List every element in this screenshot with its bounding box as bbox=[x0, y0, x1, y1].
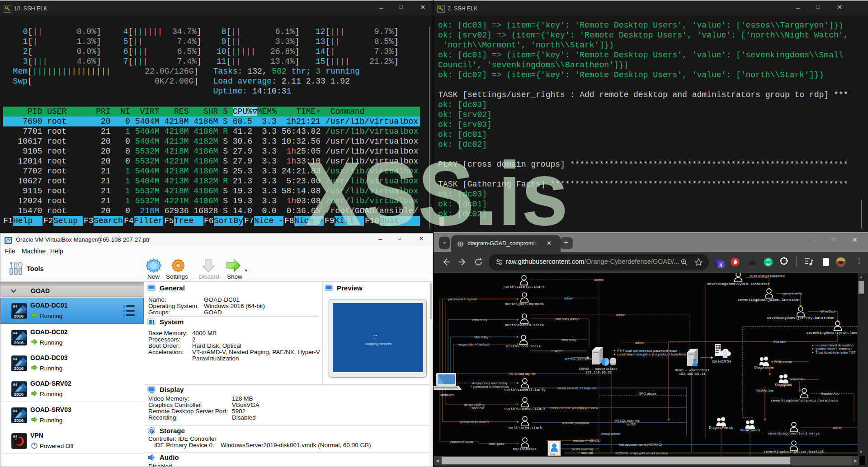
svg-text:north\eddard.stark: north\eddard.stark bbox=[505, 323, 544, 327]
svg-text:sevenkingdoms\stannis.baratheo: sevenkingdoms\stannis.baratheon bbox=[771, 398, 838, 402]
svg-text:+ hashcat: + hashcat bbox=[578, 451, 594, 455]
svg-text:Trust ticket interrealm TGT: Trust ticket interrealm TGT bbox=[816, 350, 856, 355]
svg-text:mssql execute as login sa: mssql execute as login sa bbox=[557, 386, 596, 390]
svg-text:GPO abuse: GPO abuse bbox=[638, 392, 656, 396]
svg-text:Attacker: Attacker bbox=[440, 393, 454, 397]
svg-text:WriteDacl: WriteDacl bbox=[821, 309, 835, 313]
svg-text:2016: 2016 bbox=[14, 418, 24, 423]
svg-text:64: 64 bbox=[13, 304, 17, 308]
svg-text:user–pass: user–pass bbox=[489, 442, 505, 446]
svg-text:SRV02 - castelblack: SRV02 - castelblack bbox=[579, 367, 618, 371]
svg-text:2016: 2016 bbox=[14, 392, 24, 397]
svg-text:sevenkingdoms\tyron.lannister: sevenkingdoms\tyron.lannister bbox=[806, 331, 858, 335]
svg-text:SmallCouncil: SmallCouncil bbox=[740, 428, 760, 432]
svg-text:sevenkingdoms\tywin.lannister: sevenkingdoms\tywin.lannister bbox=[707, 282, 769, 286]
svg-text:password in sysvol: password in sysvol bbox=[448, 297, 477, 301]
svg-text:sevenkingdoms\jaime.lannister: sevenkingdoms\jaime.lannister bbox=[737, 298, 800, 302]
svg-text:mssql execute as login jon.sno: mssql execute as login jon.snow bbox=[549, 406, 598, 410]
svg-text:mssql admin: mssql admin bbox=[601, 432, 620, 436]
svg-text:constrained delegation (no pro: constrained delegation (no protocol tran… bbox=[617, 352, 686, 356]
svg-text:DragonsFriends: DragonsFriends bbox=[709, 425, 733, 430]
svg-text:AddMember: AddMember bbox=[756, 388, 774, 392]
svg-text:admin: admin bbox=[833, 425, 842, 430]
svg-text:2016: 2016 bbox=[14, 313, 24, 318]
svg-text:privesc (seImpersonate): privesc (seImpersonate) bbox=[565, 356, 602, 360]
svg-text:responder + hashcat: responder + hashcat bbox=[458, 342, 490, 346]
svg-text:4: 4 bbox=[720, 263, 722, 268]
svg-text:64: 64 bbox=[13, 383, 17, 387]
svg-text:sevenkingdoms\lord.varys: sevenkingdoms\lord.varys bbox=[768, 431, 820, 435]
svg-text:north\brandon.stark: north\brandon.stark bbox=[504, 406, 545, 411]
svg-text:wordlist password: wordlist password bbox=[561, 421, 589, 425]
svg-text:2016: 2016 bbox=[14, 366, 24, 371]
svg-text:sevenkingdoms\petyer.baelish: sevenkingdoms\petyer.baelish bbox=[764, 449, 825, 453]
svg-text:ntlm relay admin: ntlm relay admin bbox=[554, 317, 579, 321]
svg-text:sevenkingdoms\joffrey.baratheo: sevenkingdoms\joffrey.baratheon bbox=[767, 316, 835, 320]
svg-text:admin: admin bbox=[635, 341, 644, 345]
svg-text:192.168.56.11: 192.168.56.11 bbox=[679, 372, 706, 376]
svg-text:north\samwell.tarly: north\samwell.tarly bbox=[504, 388, 545, 392]
svg-text:webdav + HSKCIJ: webdav + HSKCIJ bbox=[572, 439, 600, 443]
svg-text:as SA: as SA bbox=[627, 422, 636, 426]
svg-text:+ hashcat: + hashcat bbox=[469, 406, 485, 410]
svg-text:force change password: force change password bbox=[750, 274, 785, 278]
svg-text:GenericALL: GenericALL bbox=[788, 377, 807, 381]
svg-text:SYSVOL script with secret and: SYSVOL script with secret and key bbox=[615, 451, 668, 455]
svg-text:192.168.56.22: 192.168.56.22 bbox=[585, 371, 612, 374]
svg-text:Dragonstone: Dragonstone bbox=[755, 365, 774, 369]
svg-text:krb account name (NOMAC): krb account name (NOMAC) bbox=[619, 443, 662, 447]
svg-text:admin: admin bbox=[594, 278, 604, 282]
svg-text:64: 64 bbox=[13, 409, 17, 413]
svg-text:64: 64 bbox=[13, 434, 17, 439]
svg-text:Anna: Anna bbox=[550, 453, 555, 455]
svg-text:Generic ALL: Generic ALL bbox=[821, 392, 839, 396]
svg-text:admin: admin bbox=[616, 313, 625, 317]
svg-text:Write owner: Write owner bbox=[774, 360, 792, 364]
svg-text:64: 64 bbox=[13, 357, 17, 361]
svg-text:DA NORTH: DA NORTH bbox=[712, 360, 731, 364]
svg-text:ntlm relay: ntlm relay bbox=[474, 335, 489, 339]
svg-text:ntlm relay: ntlm relay bbox=[561, 338, 576, 342]
svg-text:2016: 2016 bbox=[14, 340, 24, 345]
svg-text:generic write: generic write bbox=[783, 291, 802, 295]
svg-text:64: 64 bbox=[13, 331, 17, 335]
svg-text:Kingsguard: Kingsguard bbox=[775, 383, 792, 387]
svg-text:password spray: password spray bbox=[450, 439, 474, 444]
svg-text:north\catelyn.stark: north\catelyn.stark bbox=[503, 285, 544, 289]
svg-text:admin: admin bbox=[564, 296, 573, 300]
svg-text:+ password in description: + password in description bbox=[471, 385, 509, 389]
svg-text:north\hodor: north\hodor bbox=[513, 447, 537, 451]
svg-text:DC02 - winterfell: DC02 - winterfell bbox=[675, 369, 710, 372]
svg-text:LSASS: LSASS bbox=[552, 349, 562, 353]
svg-text:north\robb.stark: north\robb.stark bbox=[506, 344, 541, 348]
svg-text:Add self: Add self bbox=[773, 340, 786, 344]
svg-text:north\arya.stark: north\arya.stark bbox=[508, 425, 542, 430]
svg-text:ntlm relay: ntlm relay bbox=[472, 318, 487, 322]
svg-text:north\jeor.mormont: north\jeor.mormont bbox=[505, 302, 544, 306]
svg-text:IIS upload asp file: IIS upload asp file bbox=[509, 372, 536, 376]
svg-text:password in shares: password in shares bbox=[460, 420, 489, 424]
